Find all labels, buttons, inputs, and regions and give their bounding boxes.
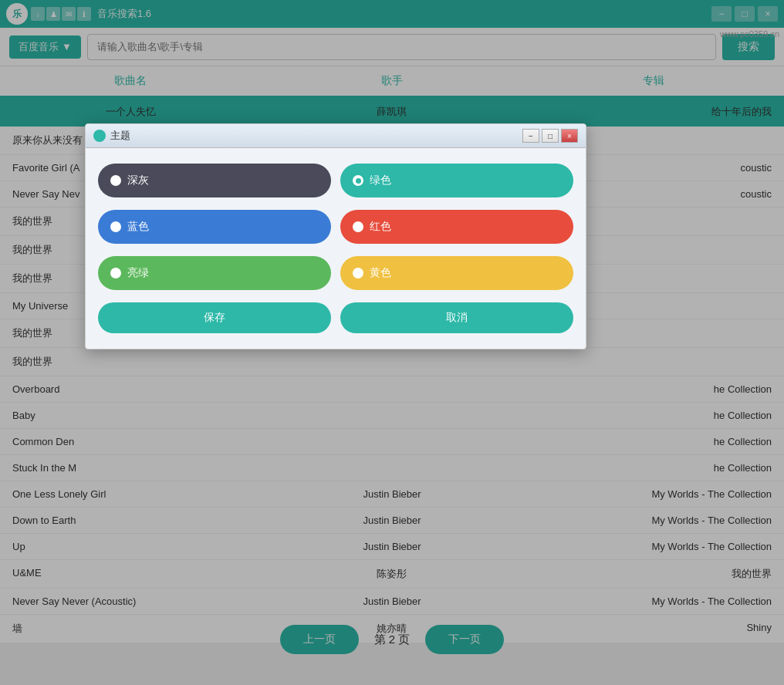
- theme-radio-red[interactable]: [353, 221, 363, 232]
- theme-row-2: 蓝色 红色: [98, 210, 573, 244]
- modal-minimize-button[interactable]: −: [522, 129, 539, 143]
- theme-option-blue[interactable]: 蓝色: [98, 210, 331, 244]
- theme-option-dark[interactable]: 深灰: [98, 164, 331, 197]
- theme-row-3: 亮绿 黄色: [98, 256, 573, 290]
- theme-label-blue: 蓝色: [127, 220, 149, 234]
- theme-option-green[interactable]: 绿色: [340, 164, 573, 197]
- theme-modal: 主题 − □ × 深灰 绿色: [85, 123, 586, 349]
- theme-option-red[interactable]: 红色: [340, 210, 573, 244]
- theme-radio-lime[interactable]: [110, 268, 121, 278]
- theme-radio-yellow[interactable]: [353, 268, 363, 278]
- modal-content: 深灰 绿色 蓝色 红色: [86, 148, 586, 349]
- theme-option-lime[interactable]: 亮绿: [98, 256, 331, 290]
- save-button[interactable]: 保存: [98, 302, 331, 333]
- modal-title-text: 主题: [110, 129, 130, 143]
- modal-title-left: 主题: [93, 129, 130, 143]
- theme-row-1: 深灰 绿色: [98, 164, 573, 197]
- theme-label-lime: 亮绿: [127, 266, 149, 280]
- modal-overlay: 主题 − □ × 深灰 绿色: [0, 0, 784, 685]
- theme-option-yellow[interactable]: 黄色: [340, 256, 573, 290]
- modal-theme-icon: [93, 130, 106, 142]
- modal-close-button[interactable]: ×: [561, 129, 578, 143]
- modal-title-bar: 主题 − □ ×: [86, 124, 586, 148]
- modal-buttons: 保存 取消: [98, 302, 573, 333]
- theme-label-green: 绿色: [370, 174, 391, 187]
- theme-label-dark: 深灰: [127, 174, 149, 187]
- modal-maximize-button[interactable]: □: [542, 129, 559, 143]
- theme-radio-green[interactable]: [353, 175, 363, 186]
- theme-label-yellow: 黄色: [370, 266, 391, 280]
- theme-radio-dark[interactable]: [110, 175, 121, 186]
- theme-radio-blue[interactable]: [110, 221, 121, 232]
- theme-label-red: 红色: [370, 220, 391, 234]
- cancel-button[interactable]: 取消: [340, 302, 573, 333]
- modal-controls: − □ ×: [522, 129, 578, 143]
